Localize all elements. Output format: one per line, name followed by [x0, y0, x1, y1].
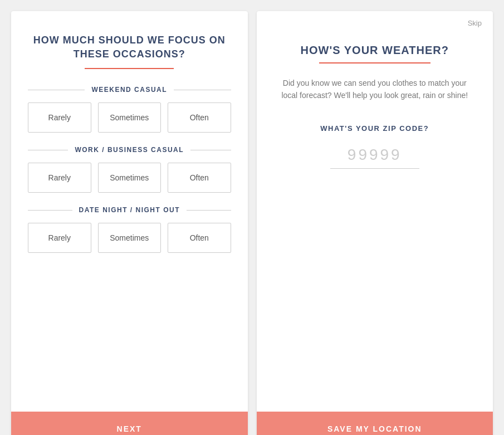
option-btn-0-2[interactable]: Often — [168, 102, 231, 133]
right-panel-body: HOW'S YOUR WEATHER? Did you know we can … — [257, 27, 493, 412]
zip-input-container — [279, 144, 471, 169]
occasion-label-row-0: WEEKEND CASUAL — [28, 86, 231, 94]
zip-input[interactable] — [330, 144, 419, 169]
occasions-container: WEEKEND CASUALRarelySometimesOftenWORK /… — [28, 86, 231, 253]
occasion-label-row-2: DATE NIGHT / NIGHT OUT — [28, 206, 231, 214]
option-buttons-2: RarelySometimesOften — [28, 223, 231, 253]
left-panel-body: HOW MUCH SHOULD WE FOCUS ON THESE OCCASI… — [11, 11, 248, 412]
option-btn-2-1[interactable]: Sometimes — [98, 223, 162, 253]
option-btn-0-1[interactable]: Sometimes — [98, 102, 162, 133]
option-btn-2-2[interactable]: Often — [168, 223, 231, 253]
skip-button[interactable]: Skip — [468, 19, 482, 27]
zip-label: WHAT'S YOUR ZIP CODE? — [279, 124, 471, 133]
divider-right-2 — [187, 210, 231, 211]
right-title-underline — [319, 62, 430, 63]
occasion-label-0: WEEKEND CASUAL — [91, 86, 167, 94]
option-buttons-1: RarelySometimesOften — [28, 163, 231, 193]
app-container: HOW MUCH SHOULD WE FOCUS ON THESE OCCASI… — [11, 11, 493, 435]
right-header: Skip — [257, 11, 493, 27]
right-footer[interactable]: SAVE MY LOCATION — [257, 412, 493, 435]
occasion-section-2: DATE NIGHT / NIGHT OUTRarelySometimesOft… — [28, 206, 231, 253]
divider-left-2 — [28, 210, 72, 211]
next-button[interactable]: NEXT — [23, 424, 236, 433]
left-title: HOW MUCH SHOULD WE FOCUS ON THESE OCCASI… — [28, 33, 231, 61]
left-title-underline — [85, 68, 174, 69]
option-buttons-0: RarelySometimesOften — [28, 102, 231, 133]
save-location-button[interactable]: SAVE MY LOCATION — [269, 424, 481, 433]
divider-right-1 — [190, 150, 231, 150]
occasion-section-1: WORK / BUSINESS CASUALRarelySometimesOft… — [28, 146, 231, 193]
left-footer[interactable]: NEXT — [11, 412, 248, 435]
right-title: HOW'S YOUR WEATHER? — [279, 44, 471, 57]
left-panel: HOW MUCH SHOULD WE FOCUS ON THESE OCCASI… — [11, 11, 248, 435]
option-btn-2-0[interactable]: Rarely — [28, 223, 91, 253]
option-btn-0-0[interactable]: Rarely — [28, 102, 91, 133]
option-btn-1-0[interactable]: Rarely — [28, 163, 91, 193]
option-btn-1-1[interactable]: Sometimes — [98, 163, 162, 193]
occasion-section-0: WEEKEND CASUALRarelySometimesOften — [28, 86, 231, 133]
occasion-label-row-1: WORK / BUSINESS CASUAL — [28, 146, 231, 154]
occasion-label-2: DATE NIGHT / NIGHT OUT — [79, 206, 180, 214]
right-panel: Skip HOW'S YOUR WEATHER? Did you know we… — [257, 11, 493, 435]
divider-left-1 — [28, 150, 68, 150]
occasion-label-1: WORK / BUSINESS CASUAL — [75, 146, 184, 154]
divider-right-0 — [174, 90, 231, 90]
right-description: Did you know we can send you clothes to … — [279, 77, 471, 102]
option-btn-1-2[interactable]: Often — [168, 163, 231, 193]
divider-left-0 — [28, 90, 85, 90]
